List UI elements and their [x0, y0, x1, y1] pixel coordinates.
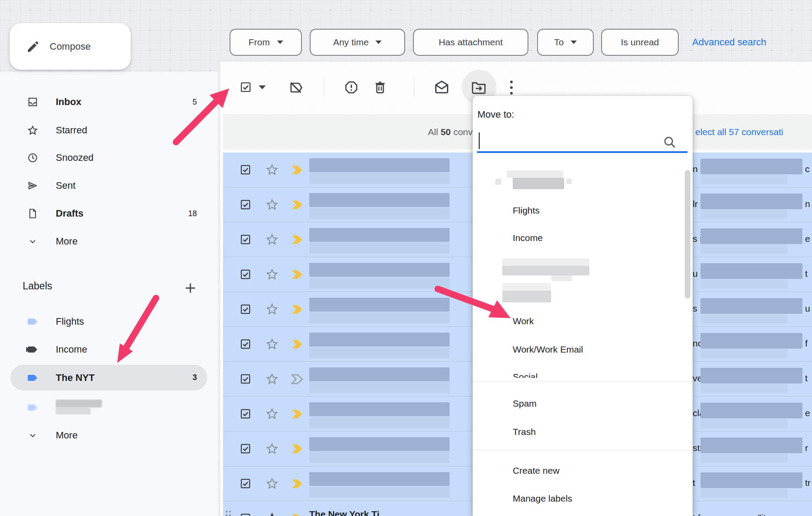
filter-chip-has-attachment[interactable]: Has attachment [413, 29, 528, 56]
star-icon [27, 125, 38, 136]
importance-marker-icon[interactable] [290, 513, 305, 516]
move-to-item-trash[interactable]: Trash [473, 423, 686, 441]
filter-chip-is-unread[interactable]: Is unread [601, 29, 679, 56]
move-to-item-create-new[interactable]: Create new [473, 462, 686, 479]
search-icon[interactable] [663, 135, 677, 149]
row-checkbox[interactable] [240, 408, 251, 421]
row-checkbox[interactable] [240, 478, 251, 491]
star-icon[interactable] [265, 372, 279, 387]
chevron-down-icon [376, 41, 382, 44]
star-icon[interactable] [265, 268, 279, 283]
clock-icon [27, 152, 38, 163]
blurred-sender [309, 367, 450, 381]
star-icon[interactable] [265, 337, 279, 353]
create-label-plus-icon[interactable] [183, 281, 197, 295]
sidebar-item-more[interactable]: More [10, 233, 207, 250]
blurred-subject [309, 207, 450, 219]
move-to-item-spam[interactable]: Spam [473, 395, 686, 412]
row-checkbox[interactable] [240, 338, 251, 352]
row-checkbox[interactable] [240, 234, 251, 247]
move-to-item-flights[interactable]: Flights [473, 202, 686, 219]
sidebar-item-starred[interactable]: Starred [10, 122, 207, 139]
sidebar-item-sent[interactable]: Sent [10, 177, 207, 194]
star-icon[interactable] [265, 302, 279, 318]
sidebar-labels-more[interactable]: More [10, 427, 207, 444]
send-icon [27, 180, 38, 191]
row-right-fragment: ve t [693, 362, 812, 397]
search-input-underline[interactable] [477, 151, 687, 153]
select-all-conversations-link[interactable]: elect all 57 conversati [693, 114, 812, 149]
select-all-checkbox[interactable] [240, 81, 252, 93]
row-checkbox[interactable] [240, 268, 251, 282]
row-checkbox[interactable] [240, 373, 251, 387]
row-checkbox[interactable] [240, 513, 251, 516]
row-checkbox[interactable] [240, 303, 251, 317]
label-off-icon[interactable] [288, 80, 303, 95]
blurred-subject [309, 382, 450, 393]
caret-right-icon[interactable] [26, 347, 30, 352]
sidebar-item-count: 5 [193, 98, 197, 107]
row-right-fragment: str r [693, 431, 812, 466]
importance-marker-icon[interactable] [290, 234, 305, 248]
row-right-fragment: s u [693, 292, 812, 327]
importance-marker-icon[interactable] [290, 478, 305, 492]
move-to-icon[interactable] [470, 80, 487, 95]
sidebar-item-inbox[interactable]: Inbox 5 [10, 93, 207, 111]
sidebar-label-blurred[interactable] [10, 399, 207, 416]
importance-marker-icon[interactable] [290, 443, 305, 457]
sidebar-item-snoozed[interactable]: Snoozed [10, 149, 207, 166]
sidebar-item-drafts[interactable]: Drafts 18 [10, 205, 207, 222]
star-icon[interactable] [265, 477, 279, 492]
importance-marker-icon[interactable] [290, 268, 305, 282]
importance-marker-icon[interactable] [290, 164, 305, 178]
importance-marker-icon[interactable] [290, 303, 305, 317]
row-checkbox[interactable] [240, 443, 251, 456]
star-icon[interactable] [265, 198, 279, 213]
filter-chip-from[interactable]: From [230, 29, 302, 56]
blurred-sender [309, 298, 450, 312]
row-checkbox[interactable] [240, 164, 251, 177]
filter-chip-any-time[interactable]: Any time [310, 29, 405, 56]
filter-chip-to[interactable]: To [537, 29, 594, 56]
search-input-cursor [479, 132, 480, 149]
sidebar-label-the-nyt[interactable]: The NYT3 [10, 365, 207, 390]
star-icon[interactable] [265, 407, 279, 422]
popup-scrollbar[interactable] [685, 170, 690, 299]
move-to-item-work[interactable]: Work [473, 312, 686, 330]
importance-marker-icon[interactable] [290, 338, 305, 352]
star-icon[interactable] [265, 442, 279, 457]
importance-marker-icon[interactable] [290, 199, 305, 213]
star-icon[interactable] [265, 163, 279, 178]
toolbar-divider [414, 78, 414, 97]
select-options-caret-down-icon[interactable] [259, 85, 266, 89]
importance-marker-icon[interactable] [290, 373, 305, 387]
move-to-item-work-work-email[interactable]: Work/Work Email [473, 341, 686, 358]
importance-marker-icon[interactable] [290, 408, 305, 422]
sidebar-label-income[interactable]: Income [10, 341, 207, 358]
report-spam-icon[interactable] [344, 80, 359, 95]
sidebar-label-flights[interactable]: Flights [10, 313, 207, 330]
more-vert-icon[interactable] [509, 79, 514, 96]
label-tag-icon [27, 402, 38, 413]
sidebar-item-label: More [56, 236, 78, 247]
move-to-item-social[interactable]: Social [473, 368, 686, 378]
email-sender: The New York Ti [309, 509, 379, 516]
row-right-fragment: cla e [693, 397, 812, 431]
move-to-item-income[interactable]: Income [473, 229, 686, 247]
draft-icon [27, 208, 38, 219]
compose-button[interactable]: Compose [10, 23, 131, 70]
star-icon[interactable] [265, 233, 279, 248]
move-to-item-label: Work/Work Email [513, 344, 583, 355]
delete-icon[interactable] [373, 80, 387, 95]
blurred-sender [309, 402, 450, 416]
move-to-item-manage-labels[interactable]: Manage labels [473, 490, 686, 507]
advanced-search-link[interactable]: Advanced search [692, 37, 766, 48]
blurred-subject [309, 347, 450, 358]
star-icon[interactable] [265, 512, 279, 516]
row-checkbox[interactable] [240, 199, 251, 212]
blurred-sender [309, 437, 450, 451]
blurred-sender [309, 193, 450, 207]
row-right-fragment: lr n [693, 187, 812, 222]
mark-read-icon[interactable] [433, 79, 450, 95]
label-name: The NYT [56, 372, 95, 384]
